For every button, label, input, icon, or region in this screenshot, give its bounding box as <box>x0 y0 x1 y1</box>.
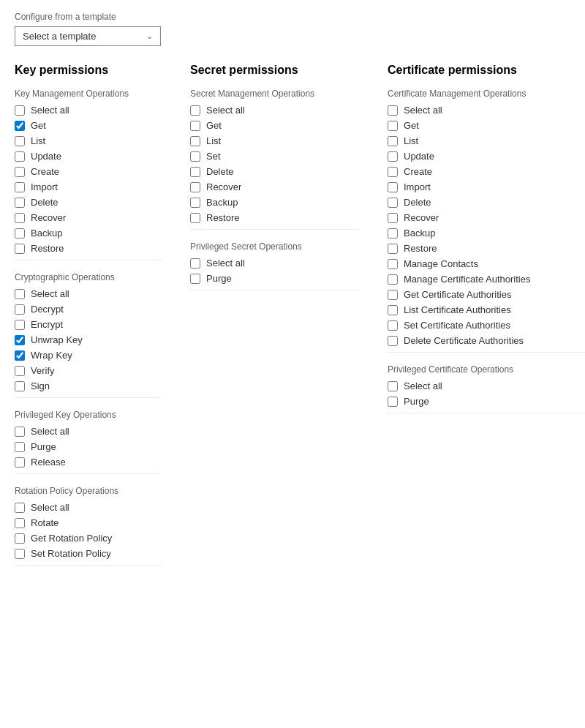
cert-delete-ca-label[interactable]: Delete Certificate Authorities <box>404 335 524 346</box>
cert-select-all-checkbox[interactable] <box>388 105 398 116</box>
pk-select-all-label[interactable]: Select all <box>31 426 69 437</box>
cert-manage-ca-label[interactable]: Manage Certificate Authorities <box>404 274 530 285</box>
cert-delete-checkbox[interactable] <box>388 198 398 208</box>
rp-select-all-checkbox[interactable] <box>15 503 25 513</box>
km-import-label[interactable]: Import <box>31 181 58 192</box>
cert-recover-checkbox[interactable] <box>388 213 398 223</box>
km-restore-checkbox[interactable] <box>15 244 25 254</box>
pk-select-all-checkbox[interactable] <box>15 427 25 437</box>
co-select-all-label[interactable]: Select all <box>31 288 69 299</box>
cert-recover-label[interactable]: Recover <box>404 212 439 223</box>
sm-list-label[interactable]: List <box>206 135 221 146</box>
km-restore-label[interactable]: Restore <box>31 243 64 254</box>
cert-delete-label[interactable]: Delete <box>404 197 431 208</box>
co-sign-checkbox[interactable] <box>15 381 25 391</box>
cert-backup-label[interactable]: Backup <box>404 228 435 239</box>
co-unwrap-checkbox[interactable] <box>15 335 25 345</box>
pc-select-all-checkbox[interactable] <box>388 381 398 391</box>
co-sign-label[interactable]: Sign <box>31 380 50 391</box>
ps-purge-label[interactable]: Purge <box>206 273 232 284</box>
cert-delete-ca-checkbox[interactable] <box>388 336 398 346</box>
cert-restore-label[interactable]: Restore <box>404 243 437 254</box>
cert-update-label[interactable]: Update <box>404 151 434 162</box>
co-select-all-checkbox[interactable] <box>15 289 25 299</box>
ps-select-all-checkbox[interactable] <box>190 258 200 269</box>
co-verify-label[interactable]: Verify <box>31 365 55 376</box>
cert-list-checkbox[interactable] <box>388 136 398 146</box>
ps-select-all-label[interactable]: Select all <box>206 258 245 269</box>
co-verify-checkbox[interactable] <box>15 366 25 376</box>
sm-select-all-checkbox[interactable] <box>190 105 200 116</box>
cert-set-ca-checkbox[interactable] <box>388 320 398 331</box>
sm-backup-label[interactable]: Backup <box>206 197 238 208</box>
sm-delete-checkbox[interactable] <box>190 167 200 177</box>
cert-manage-contacts-checkbox[interactable] <box>388 259 398 269</box>
co-decrypt-label[interactable]: Decrypt <box>31 304 64 315</box>
rp-set-label[interactable]: Set Rotation Policy <box>31 548 111 559</box>
cert-update-checkbox[interactable] <box>388 151 398 162</box>
sm-get-label[interactable]: Get <box>206 120 222 131</box>
cert-backup-checkbox[interactable] <box>388 228 398 239</box>
cert-import-label[interactable]: Import <box>404 181 431 192</box>
km-backup-checkbox[interactable] <box>15 228 25 239</box>
km-select-all-checkbox[interactable] <box>15 105 25 116</box>
co-encrypt-label[interactable]: Encrypt <box>31 319 63 330</box>
cert-get-label[interactable]: Get <box>404 120 419 131</box>
km-update-label[interactable]: Update <box>31 151 61 162</box>
km-get-label[interactable]: Get <box>31 120 46 131</box>
sm-recover-label[interactable]: Recover <box>206 181 241 192</box>
cert-create-checkbox[interactable] <box>388 167 398 177</box>
km-create-checkbox[interactable] <box>15 167 25 177</box>
km-create-label[interactable]: Create <box>31 166 59 177</box>
template-select-dropdown[interactable]: Select a template ⌄ <box>15 26 161 46</box>
cert-select-all-label[interactable]: Select all <box>404 105 442 116</box>
cert-create-label[interactable]: Create <box>404 166 432 177</box>
pk-purge-checkbox[interactable] <box>15 442 25 452</box>
cert-manage-contacts-label[interactable]: Manage Contacts <box>404 258 478 269</box>
sm-select-all-label[interactable]: Select all <box>206 105 245 116</box>
sm-backup-checkbox[interactable] <box>190 198 200 208</box>
cert-restore-checkbox[interactable] <box>388 244 398 254</box>
rp-set-checkbox[interactable] <box>15 549 25 559</box>
cert-import-checkbox[interactable] <box>388 182 398 192</box>
cert-get-ca-checkbox[interactable] <box>388 290 398 300</box>
co-wrap-label[interactable]: Wrap Key <box>31 350 72 361</box>
ps-purge-checkbox[interactable] <box>190 274 200 284</box>
pc-purge-label[interactable]: Purge <box>404 396 429 407</box>
sm-set-label[interactable]: Set <box>206 151 221 162</box>
km-import-checkbox[interactable] <box>15 182 25 192</box>
cert-get-ca-label[interactable]: Get Certificate Authorities <box>404 289 511 300</box>
cert-list-ca-checkbox[interactable] <box>388 305 398 315</box>
km-recover-label[interactable]: Recover <box>31 212 66 223</box>
cert-get-checkbox[interactable] <box>388 121 398 131</box>
km-delete-checkbox[interactable] <box>15 198 25 208</box>
km-list-checkbox[interactable] <box>15 136 25 146</box>
co-wrap-checkbox[interactable] <box>15 350 25 361</box>
co-encrypt-checkbox[interactable] <box>15 320 25 330</box>
rp-get-checkbox[interactable] <box>15 533 25 544</box>
sm-list-checkbox[interactable] <box>190 136 200 146</box>
pk-purge-label[interactable]: Purge <box>31 441 56 452</box>
cert-manage-ca-checkbox[interactable] <box>388 274 398 285</box>
co-decrypt-checkbox[interactable] <box>15 304 25 315</box>
rp-select-all-label[interactable]: Select all <box>31 502 69 513</box>
sm-set-checkbox[interactable] <box>190 151 200 162</box>
sm-get-checkbox[interactable] <box>190 121 200 131</box>
pc-purge-checkbox[interactable] <box>388 397 398 407</box>
pk-release-checkbox[interactable] <box>15 457 25 468</box>
cert-list-ca-label[interactable]: List Certificate Authorities <box>404 304 511 315</box>
rp-get-label[interactable]: Get Rotation Policy <box>31 533 112 544</box>
co-unwrap-label[interactable]: Unwrap Key <box>31 334 83 345</box>
km-backup-label[interactable]: Backup <box>31 228 62 239</box>
sm-delete-label[interactable]: Delete <box>206 166 234 177</box>
km-select-all-label[interactable]: Select all <box>31 105 69 116</box>
cert-set-ca-label[interactable]: Set Certificate Authorities <box>404 320 510 331</box>
cert-list-label[interactable]: List <box>404 135 418 146</box>
rp-rotate-label[interactable]: Rotate <box>31 517 58 528</box>
km-delete-label[interactable]: Delete <box>31 197 58 208</box>
pk-release-label[interactable]: Release <box>31 457 66 468</box>
rp-rotate-checkbox[interactable] <box>15 518 25 528</box>
km-recover-checkbox[interactable] <box>15 213 25 223</box>
km-update-checkbox[interactable] <box>15 151 25 162</box>
sm-recover-checkbox[interactable] <box>190 182 200 192</box>
